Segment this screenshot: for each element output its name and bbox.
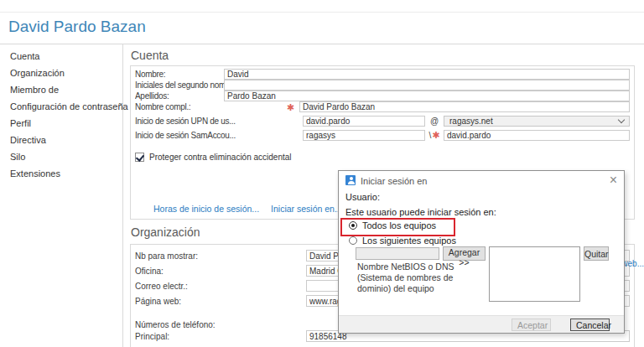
required-asterisk-icon: ✱ [287, 103, 294, 111]
apellidos-label: Apellidos: [135, 91, 224, 101]
radio-row-following-computers[interactable]: Los siguientes equipos [349, 236, 456, 246]
top-divider [0, 12, 644, 13]
apellidos-input[interactable] [224, 91, 630, 101]
chevron-down-icon [618, 117, 625, 123]
at-separator: @ [425, 117, 444, 126]
dialog-title: Iniciar sesión en [361, 176, 428, 186]
dialog-user-label: Usuario: [345, 192, 380, 202]
sidebar-item-perfil[interactable]: Perfil [0, 115, 122, 132]
sam-user-input[interactable] [444, 130, 630, 141]
radio-following-computers[interactable] [349, 236, 357, 245]
sidebar-item-cuenta[interactable]: Cuenta [0, 48, 122, 65]
protect-deletion-row: Proteger contra eliminación accidental [135, 152, 630, 163]
hint-line-1: Nombre NetBIOS o DNS [357, 262, 454, 272]
backslash-separator: \✱ [425, 131, 444, 140]
hint-line-3: dominio) del equipo [357, 283, 454, 294]
field-row-iniciales: Iniciales del segundo nom... [135, 80, 630, 91]
upn-user-input[interactable] [303, 116, 425, 127]
protect-deletion-checkbox[interactable] [135, 153, 144, 162]
page-title: David Pardo Bazan [8, 18, 146, 36]
logon-to-link[interactable]: Iniciar sesión en... [271, 204, 342, 214]
web-label: Página web: [135, 297, 306, 306]
sam-label: Inicio de sesión SamAccou... [135, 131, 303, 140]
office-label: Oficina: [135, 267, 306, 276]
upn-label: Inicio de sesión UPN de us... [135, 117, 303, 126]
sam-domain-input[interactable] [303, 130, 425, 141]
close-icon[interactable]: × [610, 172, 617, 189]
computers-listbox[interactable] [489, 246, 580, 302]
netbios-hint: Nombre NetBIOS o DNS (Sistema de nombres… [357, 262, 454, 294]
radio-all-computers-label: Todos los equipos [362, 220, 436, 230]
nombre-input[interactable] [224, 69, 630, 80]
field-row-sam: Inicio de sesión SamAccou... \✱ [135, 130, 630, 141]
computer-name-input[interactable] [356, 247, 439, 260]
display-name-label: Nb para mostrar: [135, 251, 306, 261]
sidebar-item-extensiones[interactable]: Extensiones [0, 165, 122, 182]
main-phone-label: Principal: [135, 332, 306, 341]
user-icon [345, 175, 356, 185]
accept-button[interactable]: Aceptar [512, 319, 551, 331]
logon-to-dialog: Iniciar sesión en × Usuario: Este usuari… [338, 170, 625, 334]
radio-row-all-computers[interactable]: Todos los equipos [349, 220, 436, 230]
remove-button[interactable]: Quitar [584, 246, 609, 261]
nombre-label: Nombre: [135, 70, 224, 79]
upn-domain-value: ragasys.net [449, 117, 493, 126]
sidebar-item-silo[interactable]: Silo [0, 148, 122, 165]
iniciales-label: Iniciales del segundo nom... [135, 80, 224, 90]
add-button[interactable]: Agregar >> [443, 246, 486, 261]
sidebar-item-miembro-de[interactable]: Miembro de [0, 81, 122, 98]
logon-hours-link[interactable]: Horas de inicio de sesión... [153, 204, 259, 214]
radio-all-computers[interactable] [349, 221, 357, 230]
protect-deletion-label: Proteger contra eliminación accidental [149, 153, 292, 162]
adac-user-properties-window: David Pardo Bazan Cuenta Organización Mi… [0, 0, 644, 347]
iniciales-input[interactable] [224, 80, 630, 91]
upn-domain-dropdown[interactable]: ragasys.net [444, 116, 630, 127]
radio-following-computers-label: Los siguientes equipos [362, 236, 456, 246]
field-row-apellidos: Apellidos: [135, 91, 630, 101]
organizacion-section-heading: Organización [131, 225, 200, 239]
nombre-completo-input[interactable] [299, 101, 630, 112]
sidebar-item-organizacion[interactable]: Organización [0, 65, 122, 81]
cancel-button[interactable]: Cancelar [570, 319, 610, 331]
hint-line-2: (Sistema de nombres de [357, 272, 454, 283]
required-asterisk-icon: ✱ [432, 130, 439, 140]
dialog-prompt: Este usuario puede iniciar sesión en: [345, 207, 496, 217]
nombre-completo-labelwrap: Nombre compl.: ✱ [135, 102, 299, 111]
nombre-completo-label: Nombre compl.: [135, 102, 190, 111]
cuenta-section-heading: Cuenta [131, 49, 169, 62]
email-label: Correo electr.: [135, 282, 306, 291]
sidebar-item-directiva[interactable]: Directiva [0, 132, 122, 148]
sidebar-item-configuracion-contrasena[interactable]: Configuración de contraseña [0, 98, 122, 115]
sidebar: Cuenta Organización Miembro de Configura… [0, 44, 123, 347]
field-row-upn: Inicio de sesión UPN de us... @ ragasys.… [135, 116, 630, 127]
field-row-nombre-completo: Nombre compl.: ✱ [135, 101, 630, 112]
field-row-nombre: Nombre: [135, 69, 630, 80]
